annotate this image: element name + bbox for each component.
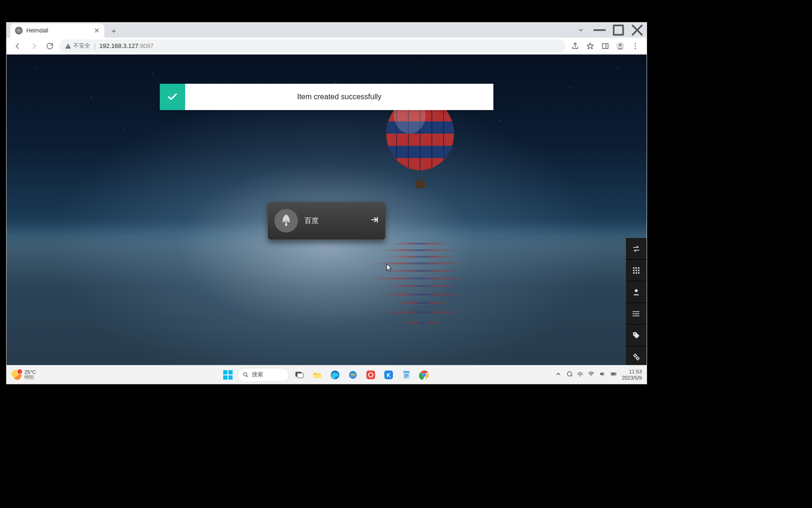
water-reflection bbox=[364, 243, 476, 346]
svg-rect-17 bbox=[386, 146, 454, 158]
sidenav-list-button[interactable] bbox=[626, 303, 647, 325]
svg-point-9 bbox=[635, 45, 636, 46]
svg-point-31 bbox=[635, 289, 638, 292]
app-blue-k-button[interactable]: K bbox=[381, 367, 396, 382]
maximize-button[interactable] bbox=[609, 23, 628, 38]
svg-rect-15 bbox=[386, 121, 454, 134]
svg-text:K: K bbox=[387, 372, 391, 378]
insecure-indicator[interactable]: 不安全 bbox=[65, 42, 90, 50]
svg-rect-3 bbox=[68, 47, 68, 48]
edge-button[interactable] bbox=[328, 367, 343, 382]
system-tray: 中 11:53 2023/5/9 bbox=[550, 369, 647, 380]
svg-rect-1 bbox=[614, 25, 623, 35]
insecure-label: 不安全 bbox=[73, 42, 90, 50]
share-button[interactable] bbox=[569, 40, 582, 53]
svg-point-42 bbox=[243, 373, 247, 376]
svg-rect-40 bbox=[223, 375, 227, 380]
app-red-button[interactable] bbox=[363, 367, 378, 382]
svg-point-35 bbox=[634, 333, 635, 334]
sidenav-users-button[interactable] bbox=[626, 281, 647, 303]
taskbar-weather[interactable]: 25°C 晴朗 bbox=[7, 370, 41, 380]
tab-close-icon[interactable]: ✕ bbox=[94, 27, 100, 34]
toast-message: Item created successfully bbox=[185, 84, 493, 110]
tray-sync-icon[interactable] bbox=[566, 371, 573, 379]
svg-rect-24 bbox=[638, 267, 640, 269]
ie-button[interactable] bbox=[345, 367, 360, 382]
svg-rect-20 bbox=[415, 181, 425, 188]
weather-icon bbox=[11, 370, 22, 380]
heimdall-sidenav bbox=[626, 238, 647, 368]
svg-point-32 bbox=[632, 311, 633, 312]
success-toast: Item created successfully bbox=[160, 84, 493, 110]
url-host: 192.168.3.127 bbox=[99, 42, 138, 49]
svg-point-33 bbox=[632, 313, 633, 314]
sidenav-tags-button[interactable] bbox=[626, 325, 647, 346]
omnibox-url: 192.168.3.127:8097 bbox=[99, 42, 154, 49]
svg-rect-30 bbox=[638, 272, 640, 273]
tray-clock[interactable]: 11:53 2023/5/9 bbox=[622, 369, 642, 380]
svg-rect-27 bbox=[638, 270, 640, 271]
svg-rect-44 bbox=[297, 373, 303, 378]
notepad-button[interactable] bbox=[399, 367, 414, 382]
tab-favicon-icon bbox=[15, 27, 23, 34]
new-tab-button[interactable]: ＋ bbox=[107, 24, 120, 38]
svg-point-10 bbox=[635, 48, 636, 49]
svg-point-21 bbox=[285, 223, 287, 226]
nav-forward-button[interactable] bbox=[27, 40, 40, 53]
app-tile-label: 百度 bbox=[304, 216, 364, 225]
tray-time: 11:53 bbox=[622, 369, 642, 374]
tray-volume-icon[interactable] bbox=[599, 371, 606, 379]
svg-rect-4 bbox=[602, 43, 608, 48]
goto-icon[interactable] bbox=[370, 215, 379, 226]
svg-point-0 bbox=[16, 28, 22, 33]
heimdall-app-icon bbox=[274, 209, 298, 232]
svg-point-58 bbox=[591, 375, 592, 376]
bookmark-button[interactable] bbox=[584, 40, 597, 53]
svg-point-34 bbox=[632, 315, 633, 316]
sidenav-switch-button[interactable] bbox=[626, 238, 647, 260]
tab-search-button[interactable] bbox=[571, 23, 590, 38]
url-port: :8097 bbox=[139, 42, 154, 49]
svg-rect-61 bbox=[612, 373, 615, 374]
task-view-button[interactable] bbox=[292, 367, 307, 382]
kebab-menu-button[interactable] bbox=[629, 40, 642, 53]
start-button[interactable] bbox=[221, 368, 234, 381]
svg-rect-45 bbox=[313, 374, 321, 378]
svg-point-57 bbox=[423, 373, 426, 376]
minimize-button[interactable] bbox=[590, 23, 609, 38]
profile-button[interactable] bbox=[614, 40, 627, 53]
weather-desc: 晴朗 bbox=[24, 375, 36, 380]
svg-rect-53 bbox=[404, 371, 410, 373]
svg-rect-48 bbox=[367, 370, 375, 379]
tray-date: 2023/5/9 bbox=[622, 375, 642, 381]
taskbar-search[interactable]: 搜索 bbox=[237, 368, 289, 382]
omnibox[interactable]: 不安全 | 192.168.3.127:8097 bbox=[59, 40, 566, 53]
svg-rect-41 bbox=[228, 375, 233, 380]
page-content: Item created successfully 百度 bbox=[7, 55, 647, 384]
svg-point-7 bbox=[619, 43, 621, 46]
svg-rect-60 bbox=[616, 373, 617, 374]
browser-window: Heimdall ✕ ＋ bbox=[7, 23, 647, 384]
check-icon bbox=[160, 84, 185, 110]
file-explorer-button[interactable] bbox=[310, 367, 325, 382]
sidepanel-button[interactable] bbox=[599, 40, 612, 53]
svg-rect-18 bbox=[386, 158, 454, 170]
app-tile-baidu[interactable]: 百度 bbox=[268, 202, 385, 239]
svg-rect-38 bbox=[223, 370, 227, 374]
mouse-cursor-icon bbox=[386, 263, 392, 272]
tray-ime-indicator[interactable]: 中 bbox=[578, 371, 583, 379]
nav-reload-button[interactable] bbox=[43, 40, 56, 53]
tab-strip: Heimdall ✕ ＋ bbox=[7, 23, 647, 38]
tray-wifi-icon[interactable] bbox=[588, 371, 594, 379]
window-close-button[interactable] bbox=[628, 23, 647, 38]
tray-chevron-icon[interactable] bbox=[555, 371, 562, 379]
browser-tab[interactable]: Heimdall ✕ bbox=[10, 24, 104, 38]
taskbar-center: 搜索 K bbox=[221, 367, 432, 382]
sidenav-apps-button[interactable] bbox=[626, 260, 647, 281]
toolbar-right bbox=[569, 40, 642, 53]
nav-back-button[interactable] bbox=[11, 40, 24, 53]
tray-battery-icon[interactable] bbox=[610, 371, 617, 379]
chrome-button[interactable] bbox=[417, 367, 432, 382]
tab-title: Heimdall bbox=[26, 27, 90, 34]
balloon-decoration bbox=[383, 97, 458, 196]
